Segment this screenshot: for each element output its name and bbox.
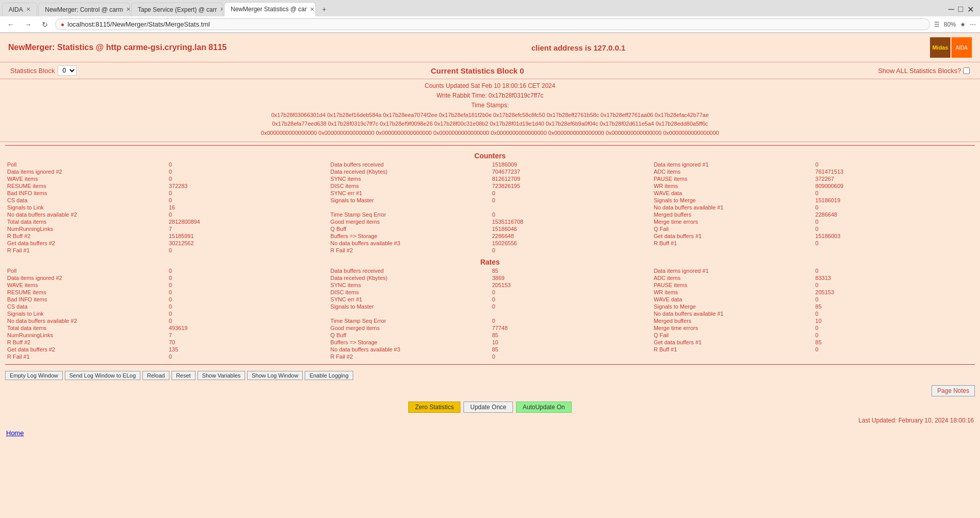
timestamps-line1: 0x17b28f03066301d4 0x17b28ef16deb584a 0x… <box>10 111 970 120</box>
grid-cell: 0 <box>490 303 652 310</box>
extensions-icon[interactable]: ⋯ <box>970 21 976 28</box>
grid-cell <box>490 310 652 317</box>
url-box[interactable]: ● localhost:8115/NewMerger/Stats/MergeSt… <box>55 18 930 30</box>
security-icon: ● <box>61 21 64 28</box>
toolbar-button[interactable]: Empty Log Window <box>5 371 63 380</box>
update-once-button[interactable]: Update Once <box>463 402 513 413</box>
tab-newmerger-stats[interactable]: NewMerger Statistics @ car ✕ <box>224 2 316 16</box>
grid-cell: SYNC err #1 <box>328 190 490 197</box>
grid-cell: 0 <box>813 267 975 274</box>
grid-cell: R Fail #2 <box>328 247 490 254</box>
grid-cell: Data items ignored #1 <box>652 161 814 168</box>
grid-cell: 10 <box>490 339 652 346</box>
reload-button[interactable]: ↻ <box>39 19 51 30</box>
tab-tape-service[interactable]: Tape Service (Expert) @ carr ✕ <box>131 3 223 16</box>
grid-cell: 0 <box>813 218 975 225</box>
grid-cell: Get data buffers #2 <box>5 240 167 247</box>
tab-close-control[interactable]: ✕ <box>126 6 130 13</box>
grid-cell: 15185991 <box>167 232 329 240</box>
toolbar-button[interactable]: Send Log Window to ELog <box>65 371 140 380</box>
grid-cell: 0 <box>813 296 975 303</box>
forward-button[interactable]: → <box>21 19 35 30</box>
grid-cell: PAUSE items <box>652 281 814 289</box>
tab-newmerger-control[interactable]: NewMerger: Control @ carm ✕ <box>38 3 130 16</box>
grid-cell: Q Buff <box>328 225 490 232</box>
tab-close-stats[interactable]: ✕ <box>310 6 314 13</box>
grid-cell: CS data <box>5 303 167 310</box>
timestamps-line3: 0x0000000000000000 0x0000000000000000 0x… <box>10 129 970 138</box>
stats-block-label: Statistics Block 0 1 2 <box>10 65 77 76</box>
grid-cell: Merged buffers <box>652 317 814 324</box>
grid-cell: Q Fail <box>652 332 814 339</box>
grid-cell: 0 <box>167 281 329 289</box>
toolbar-button[interactable]: Enable Logging <box>305 371 353 380</box>
grid-cell: 77748 <box>490 324 652 332</box>
grid-cell: 15186046 <box>490 225 652 232</box>
grid-cell: 812612709 <box>490 175 652 182</box>
grid-cell: R Fail #1 <box>5 353 167 360</box>
grid-cell: 0 <box>490 296 652 303</box>
grid-cell <box>813 353 975 360</box>
grid-cell: Buffers => Storage <box>328 232 490 240</box>
grid-cell: Time Stamp Seq Error <box>328 317 490 324</box>
grid-cell: 7 <box>167 332 329 339</box>
tab-bar: AIDA ✕ NewMerger: Control @ carm ✕ Tape … <box>0 0 980 16</box>
grid-cell: Good merged items <box>328 324 490 332</box>
window-controls: ─ □ ✕ <box>948 5 978 14</box>
toolbar-button[interactable]: Show Log Window <box>247 371 303 380</box>
grid-cell: Merge time errors <box>652 218 814 225</box>
grid-cell: WAVE data <box>652 190 814 197</box>
toolbar-button[interactable]: Show Variables <box>198 371 246 380</box>
time-stamps-label: Time Stamps: <box>10 101 970 110</box>
grid-cell: 0 <box>167 190 329 197</box>
bookmark-icon[interactable]: ★ <box>960 21 966 28</box>
grid-cell: Good merged items <box>328 218 490 225</box>
grid-cell: 7 <box>167 225 329 232</box>
stats-controls: Statistics Block 0 1 2 Current Statistic… <box>0 62 980 79</box>
grid-cell: NumRunningLinks <box>5 225 167 232</box>
zero-stats-button[interactable]: Zero Statistics <box>408 402 460 413</box>
back-button[interactable]: ← <box>4 19 17 30</box>
maximize-button[interactable]: □ <box>958 5 963 14</box>
close-window-button[interactable]: ✕ <box>967 5 974 14</box>
tab-close-aida[interactable]: ✕ <box>26 6 31 13</box>
auto-update-button[interactable]: AutoUpdate On <box>516 402 572 413</box>
grid-cell: Signals to Merge <box>652 197 814 204</box>
page-notes-button[interactable]: Page Notes <box>932 385 975 396</box>
grid-cell: Q Fail <box>652 225 814 232</box>
grid-cell: 0 <box>167 296 329 303</box>
grid-cell: Q Buff <box>328 332 490 339</box>
tab-aida[interactable]: AIDA ✕ <box>2 3 37 16</box>
grid-cell: 0 <box>167 289 329 296</box>
new-tab-button[interactable]: + <box>317 2 331 16</box>
grid-cell: 0 <box>813 310 975 317</box>
home-link[interactable]: Home <box>0 425 980 441</box>
grid-cell: Get data buffers #1 <box>652 339 814 346</box>
address-bar: ← → ↻ ● localhost:8115/NewMerger/Stats/M… <box>0 16 980 33</box>
grid-cell: 372283 <box>167 182 329 190</box>
midas-logo: Midas <box>930 37 950 58</box>
grid-cell: R Buff #2 <box>5 339 167 346</box>
grid-cell: 0 <box>813 240 975 247</box>
grid-cell: 809000609 <box>813 182 975 190</box>
grid-cell: 0 <box>813 332 975 339</box>
tab-close-tape[interactable]: ✕ <box>220 6 223 13</box>
page-content: NewMerger: Statistics @ http carme-gsi.c… <box>0 33 980 441</box>
show-all-checkbox[interactable] <box>963 67 970 74</box>
grid-cell: Signals to Master <box>328 303 490 310</box>
stats-block-select[interactable]: 0 1 2 <box>58 65 77 76</box>
url-text: localhost:8115/NewMerger/Stats/MergeStat… <box>67 20 924 28</box>
toolbar-button[interactable]: Reset <box>172 371 195 380</box>
grid-cell: WAVE items <box>5 175 167 182</box>
toolbar-button[interactable]: Reload <box>142 371 169 380</box>
minimize-button[interactable]: ─ <box>948 5 954 14</box>
grid-cell: 0 <box>813 324 975 332</box>
grid-cell: Poll <box>5 267 167 274</box>
grid-cell: Poll <box>5 161 167 168</box>
reader-mode-icon[interactable]: ☰ <box>934 21 940 28</box>
grid-cell: 3869 <box>490 274 652 281</box>
grid-cell: 2812800894 <box>167 218 329 225</box>
grid-cell: Data received (Kbytes) <box>328 168 490 175</box>
grid-cell: DISC items <box>328 289 490 296</box>
grid-cell: Get data buffers #1 <box>652 232 814 240</box>
